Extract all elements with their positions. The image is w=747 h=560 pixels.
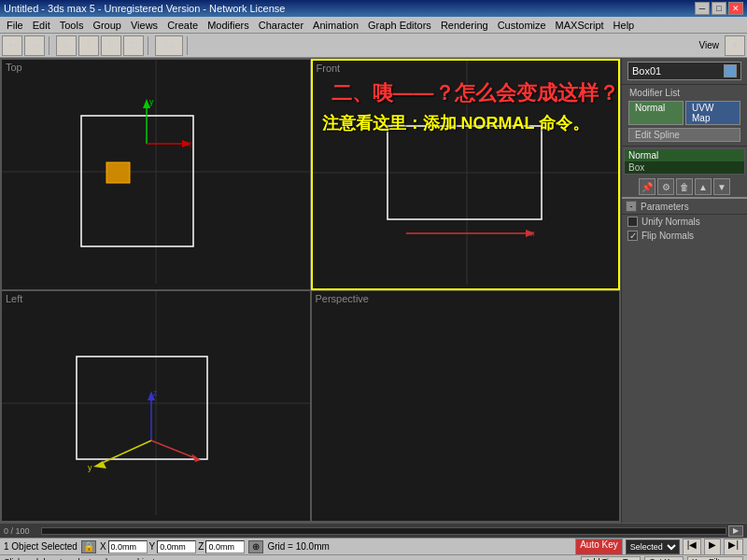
- object-color-swatch[interactable]: [724, 64, 737, 77]
- stack-item-box[interactable]: Box: [625, 161, 744, 174]
- overlay-text-2: 注意看这里：添加 NORMAL 命令。: [322, 112, 590, 134]
- menu-item-rendering[interactable]: Rendering: [436, 19, 493, 32]
- toolbar: ↩ ↪ ⊕ ✛ ↻ ⊡ All View ▼: [0, 34, 747, 58]
- svg-rect-2: [81, 116, 193, 246]
- viewport-left-svg: z y: [2, 291, 310, 521]
- panel-icon-trash[interactable]: 🗑: [676, 178, 693, 195]
- timeline-progress: 0 / 100: [4, 526, 41, 536]
- modifier-buttons-row2: Edit Spline: [627, 127, 741, 143]
- coord-y-label: Y: [149, 541, 156, 552]
- key-buttons: Add Time Tag Set Key Key Filters...: [581, 556, 743, 561]
- svg-line-25: [151, 441, 193, 457]
- menu-item-grapheditors[interactable]: Graph Editors: [363, 19, 436, 32]
- menu-item-customize[interactable]: Customize: [493, 19, 551, 32]
- viewport-perspective-label: Perspective: [316, 293, 369, 304]
- svg-line-22: [100, 441, 151, 464]
- viewport-top-svg: y x: [2, 60, 310, 289]
- panel-icon-pin[interactable]: 📌: [639, 178, 655, 195]
- modifier-buttons-row: Normal UVW Map: [627, 100, 741, 126]
- minimize-button[interactable]: ─: [695, 2, 710, 15]
- overlay-text-1: 二、咦——？怎么会变成这样？: [331, 79, 619, 107]
- toolbar-move[interactable]: ✛: [78, 35, 99, 56]
- timeline-arrow-right[interactable]: ▶: [728, 525, 743, 537]
- title-bar: Untitled - 3ds max 5 - Unregistered Vers…: [0, 0, 747, 17]
- selected-dropdown[interactable]: Selected: [626, 539, 680, 554]
- params-toggle-btn[interactable]: -: [626, 201, 637, 212]
- keyfilters-btn[interactable]: Key Filters...: [687, 556, 743, 561]
- toolbar-redo[interactable]: ↪: [24, 35, 45, 56]
- lock-icon[interactable]: 🔒: [81, 540, 96, 553]
- right-panel: Box01 Modifier List Normal UVW Map Edit …: [621, 58, 747, 523]
- menu-item-file[interactable]: File: [2, 19, 28, 32]
- status-bar: 1 Object Selected 🔒 X Y Z ⊕ Grid = 10.0m…: [0, 538, 747, 554]
- flip-normals-checkbox[interactable]: ✓: [627, 231, 638, 241]
- menu-item-animation[interactable]: Animation: [308, 19, 363, 32]
- help-text: Click and drag to select and move object…: [4, 557, 160, 561]
- main-area: Top y x Front: [0, 58, 747, 523]
- toolbar-separator3: [187, 36, 190, 55]
- menu-item-tools[interactable]: Tools: [55, 19, 89, 32]
- svg-rect-9: [106, 162, 130, 183]
- setkey-btn[interactable]: Set Key: [644, 556, 684, 561]
- panel-icon-down[interactable]: ▼: [713, 178, 730, 195]
- add-time-tag-btn[interactable]: Add Time Tag: [581, 556, 641, 561]
- prev-frame-btn[interactable]: |◀: [683, 539, 702, 555]
- viewport-perspective[interactable]: Perspective x: [311, 290, 621, 522]
- menu-item-character[interactable]: Character: [254, 19, 308, 32]
- close-button[interactable]: ✕: [728, 2, 743, 15]
- svg-rect-18: [77, 357, 207, 459]
- flip-normals-label: Flip Normals: [641, 231, 694, 241]
- next-frame-btn[interactable]: ▶|: [724, 539, 743, 555]
- toolbar-rotate[interactable]: ↻: [101, 35, 121, 56]
- autokey-btn[interactable]: Auto Key: [575, 539, 623, 555]
- grid-label: Grid = 10.0mm: [267, 541, 329, 552]
- viewport-front-label: Front: [317, 63, 341, 74]
- play-btn[interactable]: ▶: [704, 539, 721, 555]
- timeline-bar: 0 / 100 ▶: [0, 523, 747, 538]
- viewport-grid: Top y x Front: [0, 58, 621, 523]
- coord-x-input[interactable]: [108, 540, 148, 553]
- toolbar-all[interactable]: All: [155, 35, 183, 56]
- menu-item-modifiers[interactable]: Modifiers: [203, 19, 254, 32]
- uvwmap-modifier-btn[interactable]: UVW Map: [685, 101, 740, 125]
- panel-icon-settings[interactable]: ⚙: [657, 178, 674, 195]
- objects-selected-status: 1 Object Selected: [4, 541, 78, 552]
- unify-normals-row: Unify Normals: [622, 215, 747, 229]
- maximize-button[interactable]: □: [712, 2, 726, 15]
- parameters-header: - Parameters: [622, 197, 747, 215]
- svg-text:y: y: [88, 463, 92, 472]
- panel-icon-up[interactable]: ▲: [695, 178, 712, 195]
- normal-modifier-btn[interactable]: Normal: [628, 101, 684, 125]
- menu-item-help[interactable]: Help: [609, 19, 640, 32]
- toolbar-select[interactable]: ⊕: [56, 35, 77, 56]
- object-name-display: Box01: [627, 62, 741, 80]
- modifier-stack[interactable]: Normal Box: [624, 148, 745, 175]
- menu-item-create[interactable]: Create: [162, 19, 203, 32]
- toolbar-undo[interactable]: ↩: [2, 35, 22, 56]
- params-label: Parameters: [641, 202, 689, 212]
- bottom-info-bar: Click and drag to select and move object…: [0, 554, 747, 560]
- view-dropdown[interactable]: ▼: [725, 35, 745, 56]
- stack-item-normal[interactable]: Normal: [625, 149, 744, 161]
- viewport-top-label: Top: [6, 62, 22, 73]
- coord-z-input[interactable]: [205, 540, 245, 553]
- timeline-slider[interactable]: [41, 527, 726, 535]
- unify-normals-checkbox[interactable]: [627, 217, 638, 227]
- toolbar-separator: [49, 36, 52, 55]
- menu-item-group[interactable]: Group: [88, 19, 126, 32]
- menu-bar: FileEditToolsGroupViewsCreateModifiersCh…: [0, 17, 747, 34]
- viewport-front[interactable]: Front x 二、咦——？怎么会变成这样？ 注意看这里：添加 NORMAL 命…: [311, 59, 621, 290]
- viewport-perspective-svg: x y: [312, 291, 620, 521]
- coord-y-input[interactable]: [157, 540, 196, 553]
- viewport-left[interactable]: Left z y: [1, 290, 311, 522]
- menu-item-maxscript[interactable]: MAXScript: [551, 19, 609, 32]
- svg-text:x: x: [187, 139, 191, 148]
- coord-z-label: Z: [198, 541, 204, 552]
- editspline-modifier-btn[interactable]: Edit Spline: [628, 128, 740, 142]
- flip-normals-row: ✓ Flip Normals: [622, 229, 747, 243]
- menu-item-edit[interactable]: Edit: [28, 19, 55, 32]
- modifier-list-label: Modifier List: [626, 87, 743, 99]
- menu-item-views[interactable]: Views: [126, 19, 162, 32]
- toolbar-scale[interactable]: ⊡: [123, 35, 144, 56]
- viewport-top[interactable]: Top y x: [1, 59, 311, 290]
